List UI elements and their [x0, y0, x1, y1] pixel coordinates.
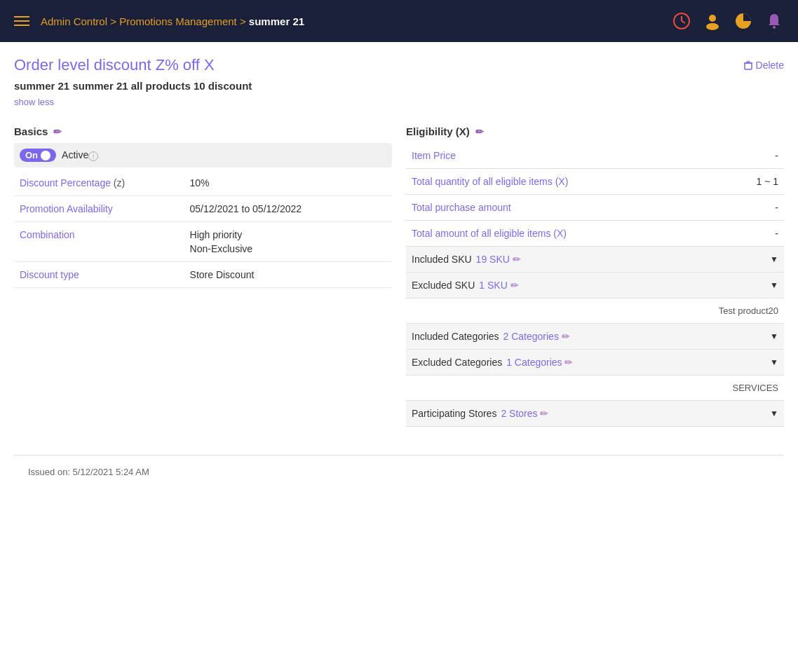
- breadcrumb-promotions[interactable]: Promotions Management: [119, 15, 237, 27]
- field-value: 1 ~ 1: [722, 169, 784, 195]
- active-label: Activei: [62, 149, 98, 161]
- toggle-label: On: [25, 150, 38, 160]
- user-icon-button[interactable]: [703, 11, 722, 31]
- combo-priority: High priority: [190, 229, 386, 240]
- combination-values: High priority Non-Exclusive: [190, 229, 386, 254]
- basics-label: Basics: [14, 125, 48, 137]
- header: Admin Control > Promotions Management > …: [0, 0, 798, 42]
- field-value: -: [722, 143, 784, 169]
- eligibility-section: Eligibility (X) ✏ Item Price - Total qua…: [406, 125, 784, 427]
- combo-exclusive: Non-Exclusive: [190, 243, 386, 254]
- svg-point-3: [709, 15, 716, 22]
- user-icon: [703, 12, 722, 30]
- excluded-sku-cell: Excluded SKU 1 SKU ✏ ▼: [406, 273, 784, 299]
- active-toggle-row: On Activei: [14, 143, 392, 167]
- eligibility-edit-icon[interactable]: ✏: [475, 126, 484, 137]
- field-label: Item Price: [406, 143, 722, 169]
- clock-icon: [672, 12, 691, 30]
- excluded-sku-chevron-icon[interactable]: ▼: [770, 280, 778, 290]
- excluded-categories-label: Excluded Categories 1 Categories ✏: [412, 357, 573, 368]
- included-sku-row: Included SKU 19 SKU ✏ ▼: [406, 247, 784, 273]
- excluded-sku-edit-icon[interactable]: ✏: [510, 280, 519, 291]
- field-value: -: [722, 221, 784, 247]
- delete-label: Delete: [756, 60, 784, 71]
- two-column-layout: Basics ✏ On Activei Discount Percentage …: [14, 125, 784, 427]
- table-row: Item Price -: [406, 143, 784, 169]
- active-toggle[interactable]: On: [20, 149, 56, 162]
- included-categories-chevron-icon[interactable]: ▼: [770, 331, 778, 341]
- excluded-sku-count: 1 SKU ✏: [479, 280, 518, 291]
- field-label: Discount type: [14, 262, 184, 288]
- included-sku-chevron-icon[interactable]: ▼: [770, 254, 778, 264]
- excluded-categories-chevron-icon[interactable]: ▼: [770, 357, 778, 367]
- basics-edit-icon[interactable]: ✏: [53, 126, 62, 137]
- table-row: Total purchase amount -: [406, 195, 784, 221]
- basics-header: Basics ✏: [14, 125, 392, 137]
- field-label: Discount Percentage (z): [14, 170, 184, 196]
- field-value: 05/12/2021 to 05/12/2022: [184, 196, 392, 222]
- participating-stores-label: Participating Stores 2 Stores ✏: [412, 408, 548, 419]
- table-row: Total amount of all eligible items (X) -: [406, 221, 784, 247]
- subtitle: summer 21 summer 21 all products 10 disc…: [14, 80, 784, 92]
- breadcrumb-admin[interactable]: Admin Control: [41, 15, 107, 27]
- included-sku-edit-icon[interactable]: ✏: [513, 254, 521, 265]
- issued-text: Issued on: 5/12/2021 5:24 AM: [28, 467, 149, 477]
- table-row: Discount type Store Discount: [14, 262, 392, 288]
- toggle-knob: [41, 151, 50, 160]
- participating-stores-count: 2 Stores ✏: [501, 408, 548, 419]
- field-label: Total quantity of all eligible items (X): [406, 169, 722, 195]
- excluded-categories-cell: Excluded Categories 1 Categories ✏ ▼: [406, 350, 784, 376]
- breadcrumb-sep2: >: [240, 15, 249, 27]
- included-categories-count: 2 Categories ✏: [503, 331, 570, 342]
- svg-point-6: [773, 26, 776, 29]
- excluded-categories-edit-icon[interactable]: ✏: [564, 357, 573, 368]
- excluded-sku-row: Excluded SKU 1 SKU ✏ ▼: [406, 273, 784, 299]
- bell-icon: [765, 12, 783, 30]
- field-label: Total amount of all eligible items (X): [406, 221, 722, 247]
- eligibility-table: Item Price - Total quantity of all eligi…: [406, 143, 784, 427]
- field-label: Combination: [14, 222, 184, 262]
- field-value: -: [722, 195, 784, 221]
- included-sku-label: Included SKU 19 SKU ✏: [412, 254, 521, 265]
- page-title-row: Order level discount Z% off X Delete: [14, 56, 784, 74]
- included-sku-cell: Included SKU 19 SKU ✏ ▼: [406, 247, 784, 273]
- excluded-sku-label: Excluded SKU 1 SKU ✏: [412, 280, 519, 291]
- breadcrumb: Admin Control > Promotions Management > …: [41, 15, 304, 27]
- table-row: Discount Percentage (z) 10%: [14, 170, 392, 196]
- participating-stores-edit-icon[interactable]: ✏: [540, 408, 548, 419]
- delete-button[interactable]: Delete: [743, 60, 784, 71]
- svg-line-2: [682, 21, 685, 23]
- field-value: Store Discount: [184, 262, 392, 288]
- excluded-categories-row: Excluded Categories 1 Categories ✏ ▼: [406, 350, 784, 376]
- svg-point-4: [706, 23, 719, 30]
- included-sku-count: 19 SKU ✏: [476, 254, 521, 265]
- table-row: Total quantity of all eligible items (X)…: [406, 169, 784, 195]
- show-less-link[interactable]: show less: [14, 97, 54, 107]
- basics-section: Basics ✏ On Activei Discount Percentage …: [14, 125, 392, 427]
- pie-chart-icon: [734, 12, 752, 30]
- main-content: Order level discount Z% off X Delete sum…: [0, 42, 798, 672]
- included-categories-cell: Included Categories 2 Categories ✏ ▼: [406, 324, 784, 350]
- field-value: High priority Non-Exclusive: [184, 222, 392, 262]
- page-title: Order level discount Z% off X: [14, 56, 215, 74]
- participating-stores-chevron-icon[interactable]: ▼: [770, 409, 778, 418]
- bell-icon-button[interactable]: [764, 11, 784, 31]
- breadcrumb-current: summer 21: [249, 15, 304, 27]
- info-badge[interactable]: i: [88, 151, 98, 161]
- clock-icon-button[interactable]: [672, 11, 691, 31]
- field-value: 10%: [184, 170, 392, 196]
- excluded-categories-count: 1 Categories ✏: [506, 357, 573, 368]
- svg-rect-7: [745, 63, 752, 69]
- header-left: Admin Control > Promotions Management > …: [14, 15, 304, 27]
- pie-chart-icon-button[interactable]: [733, 11, 753, 31]
- hamburger-menu[interactable]: [14, 16, 29, 26]
- participating-stores-row: Participating Stores 2 Stores ✏ ▼: [406, 401, 784, 427]
- basics-table: Discount Percentage (z) 10% Promotion Av…: [14, 170, 392, 288]
- included-categories-edit-icon[interactable]: ✏: [562, 331, 570, 342]
- table-row: Combination High priority Non-Exclusive: [14, 222, 392, 262]
- eligibility-header: Eligibility (X) ✏: [406, 125, 784, 137]
- header-icons: [672, 11, 784, 31]
- participating-stores-cell: Participating Stores 2 Stores ✏ ▼: [406, 401, 784, 427]
- trash-icon: [743, 60, 753, 70]
- included-categories-row: Included Categories 2 Categories ✏ ▼: [406, 324, 784, 350]
